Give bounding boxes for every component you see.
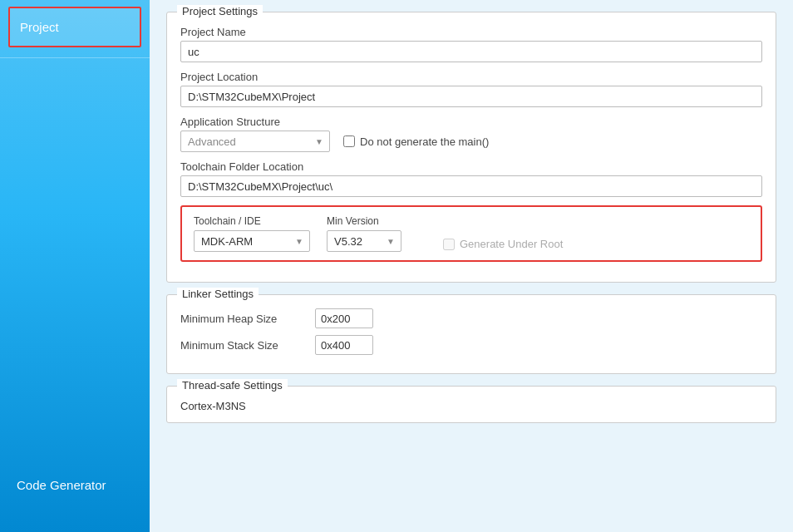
application-structure-select[interactable]: Advanced Basic — [180, 131, 330, 152]
generate-under-root-checkbox[interactable] — [443, 239, 455, 250]
sidebar-divider — [0, 57, 150, 58]
sidebar-item-code-generator[interactable]: Code Generator — [0, 463, 150, 507]
min-version-label: Min Version — [327, 215, 401, 227]
toolchain-row: Toolchain / IDE MDK-ARM STM32CubeIDE Mak… — [194, 215, 749, 252]
toolchain-ide-select-wrapper: MDK-ARM STM32CubeIDE Makefile EWARM ▼ — [194, 230, 310, 252]
thread-safe-section: Thread-safe Settings Cortex-M3NS — [166, 386, 776, 423]
min-version-col: Min Version V5.32 V5.27 V5.36 ▼ — [327, 215, 401, 252]
toolchain-folder-group: Toolchain Folder Location — [180, 160, 762, 197]
main-content: Project Settings Project Name Project Lo… — [150, 0, 793, 532]
toolchain-folder-input[interactable] — [180, 175, 762, 197]
min-stack-input[interactable] — [315, 335, 373, 355]
application-structure-label: Application Structure — [180, 116, 762, 128]
do-not-generate-main-label: Do not generate the main() — [343, 135, 489, 148]
min-heap-input[interactable] — [315, 308, 373, 328]
sidebar: Project Code Generator — [0, 0, 150, 532]
generate-under-root-label: Generate Under Root — [460, 238, 563, 250]
project-location-group: Project Location — [180, 71, 762, 107]
toolchain-ide-box: Toolchain / IDE MDK-ARM STM32CubeIDE Mak… — [180, 205, 762, 262]
generate-under-root-group: Generate Under Root — [443, 238, 563, 250]
project-settings-legend: Project Settings — [177, 5, 263, 17]
toolchain-ide-col: Toolchain / IDE MDK-ARM STM32CubeIDE Mak… — [194, 215, 310, 252]
project-settings-section: Project Settings Project Name Project Lo… — [166, 12, 776, 283]
min-heap-label: Minimum Heap Size — [180, 313, 305, 325]
do-not-generate-main-checkbox[interactable] — [343, 135, 355, 147]
toolchain-ide-select[interactable]: MDK-ARM STM32CubeIDE Makefile EWARM — [194, 230, 310, 252]
project-location-input[interactable] — [180, 86, 762, 107]
application-structure-group: Application Structure Advanced Basic ▼ D… — [180, 116, 762, 152]
project-name-group: Project Name — [180, 26, 762, 62]
min-stack-row: Minimum Stack Size — [180, 335, 762, 355]
thread-safe-value: Cortex-M3NS — [180, 397, 762, 412]
min-stack-label: Minimum Stack Size — [180, 339, 305, 352]
min-version-select-wrapper: V5.32 V5.27 V5.36 ▼ — [327, 230, 401, 252]
min-heap-row: Minimum Heap Size — [180, 308, 762, 328]
linker-settings-legend: Linker Settings — [177, 288, 259, 300]
application-structure-select-wrapper: Advanced Basic ▼ — [180, 131, 330, 152]
thread-safe-legend: Thread-safe Settings — [177, 379, 288, 392]
toolchain-ide-label: Toolchain / IDE — [194, 215, 310, 227]
application-structure-row: Advanced Basic ▼ Do not generate the mai… — [180, 131, 762, 152]
project-name-label: Project Name — [180, 26, 762, 38]
linker-settings-section: Linker Settings Minimum Heap Size Minimu… — [166, 294, 776, 374]
min-version-select[interactable]: V5.32 V5.27 V5.36 — [327, 230, 401, 252]
project-location-label: Project Location — [180, 71, 762, 83]
toolchain-folder-label: Toolchain Folder Location — [180, 160, 762, 173]
project-name-input[interactable] — [180, 41, 762, 62]
sidebar-item-project[interactable]: Project — [8, 7, 141, 47]
